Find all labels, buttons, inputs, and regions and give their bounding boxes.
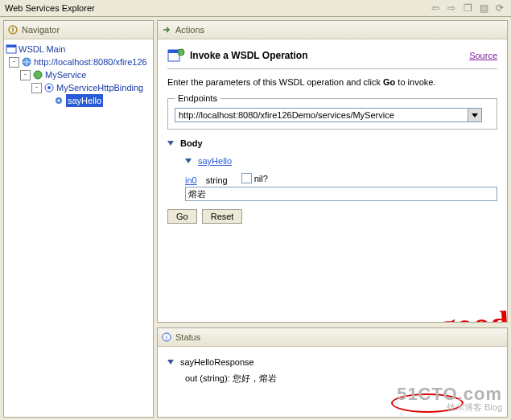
svg-rect-2 xyxy=(6,45,16,47)
globe-icon xyxy=(21,56,32,68)
chevron-down-icon[interactable] xyxy=(468,109,481,121)
tree-root-label: WSDL Main xyxy=(19,43,65,56)
wsdl-icon xyxy=(6,43,17,55)
tree-binding[interactable]: - MyServiceHttpBinding xyxy=(6,81,151,94)
svg-point-8 xyxy=(58,100,60,102)
back-icon[interactable]: ⇦ xyxy=(429,2,442,14)
collapse-icon[interactable]: - xyxy=(31,83,42,93)
output-label: out (string): xyxy=(185,373,230,383)
save-icon[interactable]: ▤ xyxy=(477,2,490,14)
tree-root[interactable]: WSDL Main xyxy=(6,43,151,56)
tree-operation-label: sayHello xyxy=(66,94,103,107)
tree-service-label: MyService xyxy=(45,68,86,81)
endpoints-fieldset: Endpoints http://localhost:8080/xfire126… xyxy=(167,93,497,130)
endpoint-select[interactable]: http://localhost:8080/xfire126Demo/servi… xyxy=(175,108,482,122)
actions-header: Actions xyxy=(158,21,507,39)
reset-button[interactable]: Reset xyxy=(202,209,243,224)
chevron-down-icon xyxy=(167,360,174,364)
forward-icon[interactable]: ⇨ xyxy=(445,2,458,14)
body-label: Body xyxy=(180,138,203,148)
chevron-down-icon xyxy=(185,159,192,163)
info-icon: i xyxy=(161,331,172,343)
endpoint-value: http://localhost:8080/xfire126Demo/servi… xyxy=(175,109,468,121)
response-row[interactable]: sayHelloResponse xyxy=(167,355,497,369)
status-header: i Status xyxy=(158,328,507,347)
binding-icon xyxy=(43,82,55,93)
service-icon xyxy=(32,69,43,80)
param-name[interactable]: in0 xyxy=(185,175,197,185)
tree-binding-label: MyServiceHttpBinding xyxy=(56,81,143,94)
operation-title: Invoke a WSDL Operation xyxy=(190,50,307,61)
svg-point-6 xyxy=(47,86,51,89)
compass-icon xyxy=(7,24,19,35)
go-button[interactable]: Go xyxy=(167,209,197,224)
refresh-icon[interactable]: ⟳ xyxy=(493,2,506,14)
nil-checkbox[interactable]: nil? xyxy=(241,173,268,183)
operation-name[interactable]: sayHello xyxy=(198,156,232,166)
body-section-header[interactable]: Body xyxy=(167,136,497,150)
collapse-icon[interactable]: - xyxy=(9,57,19,68)
tree-operation[interactable]: sayHello xyxy=(6,94,151,107)
divider xyxy=(167,68,497,69)
status-title: Status xyxy=(175,332,200,342)
handwriting-annotation: good! xyxy=(439,303,507,322)
handdrawn-circle xyxy=(391,393,464,413)
operation-description: Enter the parameters of this WSDL operat… xyxy=(167,77,497,87)
watermark: 51CTO.com 技术博客 Blog xyxy=(397,385,502,412)
nil-label: nil? xyxy=(254,174,268,183)
window-title: Web Services Explorer xyxy=(5,0,95,16)
response-name: sayHelloResponse xyxy=(180,357,254,367)
tree-service[interactable]: - MyService xyxy=(6,68,151,81)
title-bar: Web Services Explorer ⇦ ⇨ ❐ ▤ ⟳ xyxy=(0,0,511,17)
svg-point-11 xyxy=(178,49,184,56)
navigator-header: Navigator xyxy=(4,21,153,39)
tree-url[interactable]: - http://localhost:8080/xfire126 xyxy=(6,56,151,68)
chevron-down-icon xyxy=(167,141,174,146)
tree-url-label: http://localhost:8080/xfire126 xyxy=(34,56,147,68)
param-input[interactable] xyxy=(185,187,497,201)
output-line: out (string): 您好，熔岩 xyxy=(185,373,497,385)
param-row: in0 string nil? xyxy=(185,173,497,185)
actions-title: Actions xyxy=(175,25,204,35)
param-type: string xyxy=(206,175,228,185)
status-panel: i Status sayHelloResponse out (string): … xyxy=(157,327,508,418)
gear-icon xyxy=(53,95,64,106)
navigator-tree: WSDL Main - http://localhost:8080/xfire1… xyxy=(4,39,153,110)
invoke-icon xyxy=(167,47,185,64)
source-link[interactable]: Source xyxy=(469,51,497,60)
actions-panel: Actions Invoke a WSDL Operation Source E… xyxy=(157,20,508,323)
endpoints-legend: Endpoints xyxy=(175,93,220,103)
collapse-icon[interactable]: - xyxy=(20,70,31,80)
operation-row[interactable]: sayHello xyxy=(185,154,497,168)
output-value: 您好，熔岩 xyxy=(233,373,277,383)
checkbox-icon xyxy=(241,173,252,183)
svg-point-4 xyxy=(34,71,42,79)
copy-icon[interactable]: ❐ xyxy=(461,2,474,14)
action-arrow-icon xyxy=(161,24,172,35)
navigator-title: Navigator xyxy=(22,25,60,35)
navigator-panel: Navigator WSDL Main - http://localhost:8… xyxy=(3,20,154,418)
